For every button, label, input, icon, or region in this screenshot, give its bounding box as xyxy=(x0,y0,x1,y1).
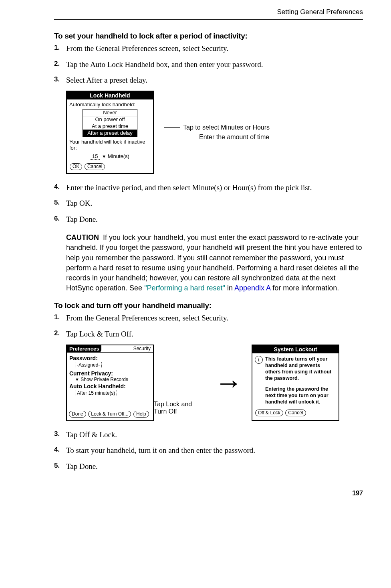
preferences-dialog: Preferences Security Password: -Assigned… xyxy=(66,345,154,421)
callout-column: Tap Lock and Turn Off xyxy=(154,401,206,421)
autolock-label: Auto Lock Handheld: xyxy=(69,383,151,389)
delay-unit[interactable]: Minute(s) xyxy=(108,153,129,159)
step-number: 5. xyxy=(54,198,66,209)
prompt-inactive: Your handheld will lock if inactive for: xyxy=(69,139,151,151)
callout-leader xyxy=(164,137,196,137)
privacy-label: Current Privacy: xyxy=(69,370,151,377)
ok-button[interactable]: OK xyxy=(70,163,82,170)
step-number: 5. xyxy=(54,461,66,472)
step-number: 1. xyxy=(54,312,66,324)
privacy-dropdown[interactable]: ▼ Show Private Records xyxy=(75,377,151,382)
page-number: 197 xyxy=(54,490,363,497)
steps-list-1: 1.From the General Preferences screen, s… xyxy=(54,43,363,86)
lockout-title: System Lockout xyxy=(252,345,339,353)
step-text: From the General Preferences screen, sel… xyxy=(66,312,363,324)
lock-turnoff-button[interactable]: Lock & Turn Off... xyxy=(88,411,131,418)
callout-leader xyxy=(118,392,154,404)
figure-lock-handheld: Lock Handheld Automatically lock handhel… xyxy=(66,91,363,174)
prompt-auto-lock: Automatically lock handheld: xyxy=(69,101,151,107)
steps-list-1b: 4.Enter the inactive period, and then se… xyxy=(54,182,363,225)
prefs-category[interactable]: Security xyxy=(131,345,153,352)
delay-value-input[interactable]: 15 xyxy=(91,153,99,160)
option-poweroff[interactable]: On power off xyxy=(83,116,137,123)
step-text: From the General Preferences screen, sel… xyxy=(66,43,363,54)
step-text: Enter the inactive period, and then sele… xyxy=(66,182,363,193)
step-number: 2. xyxy=(54,328,66,340)
step-number: 1. xyxy=(54,43,66,54)
step-number: 4. xyxy=(54,182,66,193)
caution-label: CAUTION xyxy=(66,233,99,241)
figure-preferences-lockout: Preferences Security Password: -Assigned… xyxy=(66,345,363,421)
link-appendix[interactable]: Appendix A xyxy=(234,284,270,292)
caution-block: CAUTION If you lock your handheld, you m… xyxy=(66,233,363,293)
step-number: 4. xyxy=(54,445,66,456)
step-number: 6. xyxy=(54,214,66,225)
option-never[interactable]: Never xyxy=(83,109,137,116)
callout-leader xyxy=(164,127,180,128)
password-value[interactable]: -Assigned- xyxy=(75,362,102,368)
step-text: Tap Done. xyxy=(66,461,363,472)
option-preset-delay[interactable]: After a preset delay xyxy=(83,130,137,137)
step-text: Tap Done. xyxy=(66,214,363,225)
callout-text: Tap Lock and Turn Off xyxy=(154,401,206,416)
step-text: Select After a preset delay. xyxy=(66,75,363,86)
done-button[interactable]: Done xyxy=(69,411,86,418)
lockout-para2: Entering the password the next time you … xyxy=(265,386,336,406)
cancel-button[interactable]: Cancel xyxy=(285,410,306,416)
callout-text: Enter the amount of time xyxy=(199,134,269,141)
step-number: 3. xyxy=(54,429,66,440)
step-number: 3. xyxy=(54,75,66,86)
page-header: Setting General Preferences xyxy=(54,8,363,16)
step-text: Tap Lock & Turn Off. xyxy=(66,328,363,340)
password-label: Password: xyxy=(69,355,151,361)
caution-text-post: for more information. xyxy=(270,284,339,292)
header-rule xyxy=(54,19,363,20)
steps-list-2b: 3.Tap Off & Lock. 4.To start your handhe… xyxy=(54,429,363,472)
lock-handheld-dialog: Lock Handheld Automatically lock handhel… xyxy=(66,91,154,174)
option-preset-time[interactable]: At a preset time xyxy=(83,123,137,130)
dialog-title: Lock Handheld xyxy=(67,91,153,99)
help-button[interactable]: Help xyxy=(133,411,149,418)
lock-options[interactable]: Never On power off At a preset time Afte… xyxy=(83,109,137,137)
system-lockout-dialog: System Lockout i This feature turns off … xyxy=(252,345,339,421)
caution-text: If you lock your handheld, you must ente… xyxy=(66,233,362,292)
info-icon: i xyxy=(255,356,263,364)
step-text: Tap the Auto Lock Handheld box, and then… xyxy=(66,59,363,70)
dropdown-arrow-icon: ▼ xyxy=(75,377,79,382)
dropdown-arrow-icon[interactable]: ▼ xyxy=(102,154,106,159)
callout-text: Tap to select Minutes or Hours xyxy=(183,124,270,131)
steps-list-2: 1.From the General Preferences screen, s… xyxy=(54,312,363,339)
step-text: Tap Off & Lock. xyxy=(66,429,363,440)
section-heading-2: To lock and turn off your handheld manua… xyxy=(54,301,363,310)
autolock-value[interactable]: After 15 minute(s) xyxy=(75,390,117,396)
section-heading-1: To set your handheld to lock after a per… xyxy=(54,32,363,41)
caution-text-mid: in xyxy=(225,284,234,292)
cancel-button[interactable]: Cancel xyxy=(85,163,105,170)
arrow-right-icon: → xyxy=(215,367,243,398)
step-text: To start your handheld, turn it on and t… xyxy=(66,445,363,456)
footer-rule xyxy=(54,488,363,488)
link-hard-reset[interactable]: "Performing a hard reset" xyxy=(144,284,225,292)
lockout-para1: This feature turns off your handheld and… xyxy=(265,356,336,382)
prefs-tab: Preferences xyxy=(67,345,101,352)
off-lock-button[interactable]: Off & Lock xyxy=(255,410,283,416)
step-number: 2. xyxy=(54,59,66,70)
callouts-1: Tap to select Minutes or Hours Enter the… xyxy=(164,122,270,143)
step-text: Tap OK. xyxy=(66,198,363,209)
